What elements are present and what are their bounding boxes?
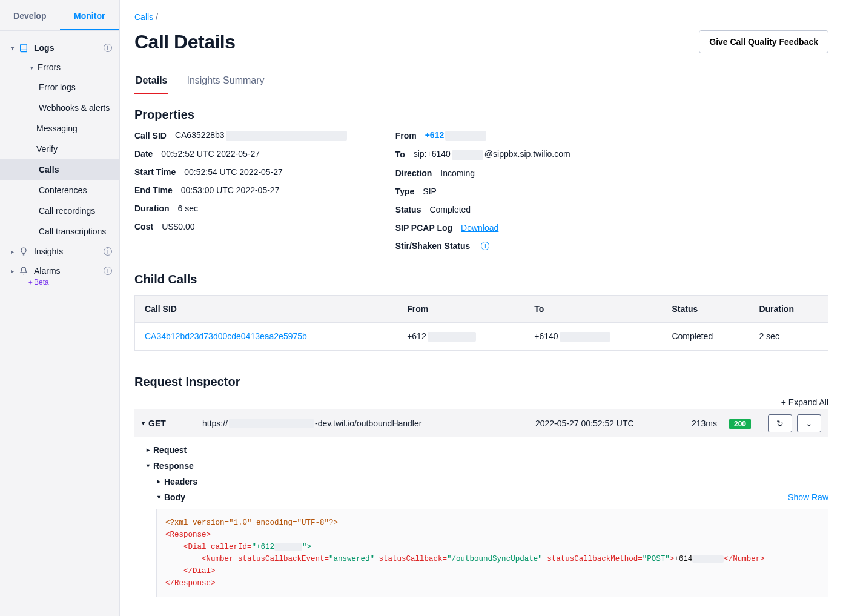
page-title: Call Details xyxy=(134,31,236,53)
label-cost: Cost xyxy=(134,222,153,231)
request-duration: 213ms xyxy=(669,419,717,428)
caret-right-icon: ▸ xyxy=(157,478,160,485)
status-badge: 200 xyxy=(729,419,751,429)
request-row[interactable]: ▾GET https://-dev.twil.io/outboundHandle… xyxy=(134,409,828,437)
label-stir: Stir/Shaken Status xyxy=(395,241,471,251)
info-icon[interactable]: i xyxy=(104,44,112,52)
book-icon xyxy=(18,43,29,53)
expand-button[interactable]: ⌄ xyxy=(797,414,821,432)
info-icon[interactable]: i xyxy=(104,247,112,256)
nav-conferences[interactable]: Conferences xyxy=(39,180,119,200)
value-direction: Incoming xyxy=(440,168,475,178)
caret-down-icon: ▾ xyxy=(142,420,145,426)
label-type: Type xyxy=(395,187,415,196)
section-inspector: Request Inspector xyxy=(134,375,828,389)
caret-down-icon: ▾ xyxy=(157,494,160,500)
nav-calls[interactable]: Calls xyxy=(0,159,119,180)
nav-verify[interactable]: Verify xyxy=(36,139,119,159)
th-status: Status xyxy=(662,295,749,322)
refresh-button[interactable]: ↻ xyxy=(768,414,792,432)
nav-alarms-label: Alarms xyxy=(34,266,61,276)
nav-errors[interactable]: ▾ Errors xyxy=(28,58,119,77)
cell-status: Completed xyxy=(662,322,749,350)
nav-errors-label: Errors xyxy=(38,62,61,72)
chevron-right-icon: ▸ xyxy=(8,268,16,274)
label-end-time: End Time xyxy=(134,185,173,195)
th-duration: Duration xyxy=(749,295,828,322)
cell-to: +6140 xyxy=(524,322,662,350)
beta-badge: Beta xyxy=(0,278,119,286)
nav-tree: ▾ Logs i ▾ Errors Error logs Webhooks & … xyxy=(0,31,119,294)
bell-icon xyxy=(18,267,29,275)
th-sid: Call SID xyxy=(135,295,398,322)
label-call-sid: Call SID xyxy=(134,131,167,141)
nav-recordings[interactable]: Call recordings xyxy=(39,200,119,221)
value-call-sid: CA635228b3 xyxy=(175,130,347,141)
value-date: 00:52:52 UTC 2022-05-27 xyxy=(161,149,260,159)
top-tabs: Develop Monitor xyxy=(0,0,119,31)
request-url: https://-dev.twil.io/outboundHandler xyxy=(202,419,523,428)
chevron-down-icon: ▾ xyxy=(28,64,35,71)
nav-messaging[interactable]: Messaging xyxy=(36,118,119,139)
label-duration: Duration xyxy=(134,204,170,213)
sidebar: Develop Monitor ▾ Logs i ▾ Errors Error … xyxy=(0,0,120,616)
cell-duration: 2 sec xyxy=(749,322,828,350)
tab-monitor[interactable]: Monitor xyxy=(60,0,120,30)
nav-insights-label: Insights xyxy=(34,247,63,256)
chevron-down-icon: ⌄ xyxy=(805,419,813,428)
tab-insights-summary[interactable]: Insights Summary xyxy=(185,70,265,94)
value-start-time: 00:52:54 UTC 2022-05-27 xyxy=(184,167,283,177)
show-raw-link[interactable]: Show Raw xyxy=(788,492,828,502)
feedback-button[interactable]: Give Call Quality Feedback xyxy=(699,30,828,53)
cell-from: +612 xyxy=(397,322,524,350)
tree-request[interactable]: ▸Request xyxy=(147,442,828,458)
table-row: CA34b12bd23d73d00cde0413eaa2e5975b +612 … xyxy=(135,322,828,350)
refresh-icon: ↻ xyxy=(776,419,784,428)
chevron-down-icon: ▾ xyxy=(8,45,16,51)
nav-insights[interactable]: ▸ Insights i xyxy=(0,242,119,261)
label-from: From xyxy=(395,131,417,141)
label-direction: Direction xyxy=(395,168,432,178)
section-child-calls: Child Calls xyxy=(134,273,828,286)
th-from: From xyxy=(397,295,524,322)
value-from[interactable]: +612 xyxy=(425,130,487,141)
request-timestamp: 2022-05-27 00:52:52 UTC xyxy=(535,419,656,428)
info-icon[interactable]: i xyxy=(104,267,112,275)
value-status: Completed xyxy=(429,205,471,214)
value-to: sip:+6140@sippbx.sip.twilio.com xyxy=(414,149,570,159)
nav-webhooks[interactable]: Webhooks & alerts xyxy=(39,98,119,118)
detail-tabs: Details Insights Summary xyxy=(134,70,828,94)
expand-all-link[interactable]: + Expand All xyxy=(134,397,828,407)
breadcrumb-calls-link[interactable]: Calls xyxy=(134,12,153,22)
value-stir: — xyxy=(505,241,514,251)
nav-transcriptions[interactable]: Call transcriptions xyxy=(39,221,119,242)
nav-logs[interactable]: ▾ Logs i xyxy=(0,38,119,58)
label-start-time: Start Time xyxy=(134,167,176,177)
pcap-download-link[interactable]: Download xyxy=(461,223,498,233)
response-body-xml: <?xml version="1.0" encoding="UTF-8"?> <… xyxy=(156,509,828,597)
label-status: Status xyxy=(395,205,422,214)
th-to: To xyxy=(524,295,662,322)
tree-response[interactable]: ▾Response xyxy=(147,458,828,474)
tree-body[interactable]: ▾BodyShow Raw xyxy=(157,489,828,505)
value-duration: 6 sec xyxy=(178,204,198,213)
caret-down-icon: ▾ xyxy=(147,462,150,469)
section-properties: Properties xyxy=(134,108,828,122)
nav-error-logs[interactable]: Error logs xyxy=(39,77,119,98)
child-calls-table: Call SID From To Status Duration CA34b12… xyxy=(134,295,828,351)
tab-develop[interactable]: Develop xyxy=(0,0,60,30)
tab-details[interactable]: Details xyxy=(134,70,168,94)
info-icon[interactable]: i xyxy=(481,242,489,250)
tree-headers[interactable]: ▸Headers xyxy=(157,474,828,489)
breadcrumb: Calls / xyxy=(134,12,828,22)
value-type: SIP xyxy=(423,187,437,196)
main-content: Calls / Call Details Give Call Quality F… xyxy=(120,0,843,616)
child-sid-link[interactable]: CA34b12bd23d73d00cde0413eaa2e5975b xyxy=(145,331,307,341)
lightbulb-icon xyxy=(18,247,29,256)
value-end-time: 00:53:00 UTC 2022-05-27 xyxy=(181,185,280,195)
label-date: Date xyxy=(134,149,153,159)
label-pcap: SIP PCAP Log xyxy=(395,223,452,233)
value-cost: US$0.00 xyxy=(162,222,194,231)
label-to: To xyxy=(395,150,405,159)
nav-logs-label: Logs xyxy=(34,43,54,53)
